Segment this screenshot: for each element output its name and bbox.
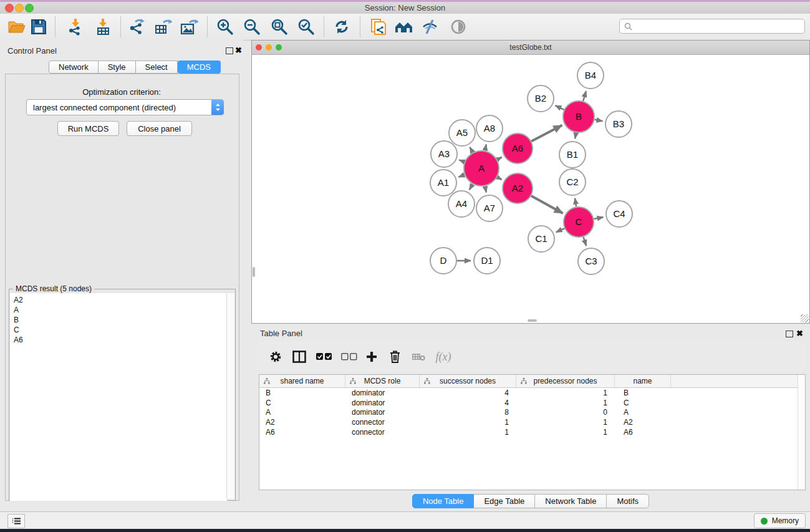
result-list-item[interactable]: A6 [10, 335, 227, 345]
node-C2[interactable]: C2 [559, 169, 586, 195]
zoom-out-button[interactable] [240, 15, 264, 39]
open-session-button[interactable] [5, 15, 29, 39]
run-mcds-button[interactable]: Run MCDS [57, 121, 119, 136]
node-A6[interactable]: A6 [503, 133, 533, 163]
zoom-selected-button[interactable] [294, 15, 318, 39]
edge-C-C3[interactable] [584, 237, 587, 246]
export-table-button[interactable] [151, 15, 175, 39]
edge-A-A8[interactable] [485, 144, 486, 150]
task-history-button[interactable] [7, 514, 25, 528]
node-C4[interactable]: C4 [606, 201, 632, 227]
show-graphics-details-button[interactable] [446, 15, 470, 39]
tab-mcds[interactable]: MCDS [178, 60, 221, 74]
table-row[interactable]: Cdominator41C [259, 398, 798, 408]
edge-A-A6[interactable] [497, 157, 501, 160]
tab-network[interactable]: Network [49, 60, 99, 74]
zoom-fit-button[interactable] [268, 15, 291, 39]
import-table-button[interactable] [91, 15, 115, 39]
edge-B-B1[interactable] [575, 133, 576, 139]
close-table-panel-icon[interactable]: ✖ [796, 329, 803, 338]
edge-A-A7[interactable] [485, 186, 486, 192]
network-vscroll-thumb[interactable] [253, 267, 255, 277]
destroy-table-button[interactable] [408, 342, 429, 372]
edge-B-B2[interactable] [555, 105, 564, 110]
network-graph[interactable]: AA1A3A4A5A7A8A6A2BB1B2B3B4CC1C2C3C4DD1 [252, 55, 809, 323]
column-header-name[interactable]: name [615, 375, 671, 387]
node-C3[interactable]: C3 [578, 248, 604, 274]
search-field[interactable] [619, 19, 805, 34]
node-A5[interactable]: A5 [449, 120, 475, 146]
node-B4[interactable]: B4 [577, 62, 604, 89]
function-builder-button[interactable]: f(x) [433, 342, 454, 372]
node-D[interactable]: D [430, 248, 456, 274]
edge-B-B3[interactable] [595, 120, 603, 121]
edge-A-A5[interactable] [470, 147, 473, 153]
node-A2[interactable]: A2 [503, 173, 533, 203]
node-B[interactable]: B [563, 101, 594, 132]
refresh-view-button[interactable] [330, 15, 354, 39]
edge-B-B4[interactable] [583, 91, 586, 101]
copy-network-button[interactable] [367, 15, 390, 39]
edge-A-A4[interactable] [470, 184, 473, 190]
import-network-button[interactable] [63, 15, 87, 39]
delete-column-button[interactable] [384, 342, 405, 372]
mcds-result-list[interactable]: A2ABCA6 [10, 293, 227, 501]
column-header-mcds-role[interactable]: MCDS role [345, 375, 420, 387]
table-row[interactable]: A2connector11A2 [259, 417, 798, 427]
node-B2[interactable]: B2 [528, 85, 554, 112]
search-input[interactable] [632, 21, 804, 32]
node-A7[interactable]: A7 [476, 195, 503, 221]
criterion-dropdown[interactable]: largest connected component (directed) [26, 99, 224, 115]
result-list-item[interactable]: A [10, 305, 227, 315]
node-A1[interactable]: A1 [430, 170, 456, 196]
tab-motifs[interactable]: Motifs [607, 494, 649, 508]
export-image-button[interactable] [177, 15, 201, 39]
resize-grip[interactable] [801, 314, 809, 322]
tab-select[interactable]: Select [136, 60, 178, 74]
node-D1[interactable]: D1 [474, 248, 500, 274]
result-list-item[interactable]: C [10, 325, 227, 335]
table-row[interactable]: Adominator80A [259, 407, 798, 417]
table-row[interactable]: Bdominator41B [259, 388, 798, 398]
table-scrollbar[interactable] [798, 375, 805, 490]
split-view-button[interactable] [289, 342, 310, 372]
home-layout-button[interactable] [392, 15, 416, 39]
float-table-panel-icon[interactable] [786, 331, 793, 337]
node-B1[interactable]: B1 [559, 142, 586, 168]
result-list-item[interactable]: A2 [10, 295, 227, 305]
tab-edge-table[interactable]: Edge Table [474, 494, 535, 508]
memory-button[interactable]: Memory [754, 513, 806, 528]
edge-A-A3[interactable] [459, 160, 465, 162]
edge-C-C2[interactable] [575, 198, 576, 207]
network-hscroll-thumb[interactable] [528, 319, 537, 322]
column-header-successor-nodes[interactable]: successor nodes [420, 375, 516, 387]
zoom-in-button[interactable] [213, 15, 237, 39]
edge-A2-C[interactable] [531, 196, 563, 213]
column-header-predecessor-nodes[interactable]: predecessor nodes [516, 375, 615, 387]
node-A4[interactable]: A4 [448, 191, 475, 217]
tab-node-table[interactable]: Node Table [412, 494, 475, 508]
edge-A-A1[interactable] [458, 175, 465, 177]
deselect-all-rows-button[interactable] [339, 342, 360, 372]
node-A8[interactable]: A8 [476, 115, 503, 142]
add-column-button[interactable] [361, 342, 382, 372]
select-all-rows-button[interactable] [314, 342, 335, 372]
edge-C-C1[interactable] [556, 228, 564, 232]
float-panel-icon[interactable] [226, 47, 233, 54]
edge-A6-B[interactable] [531, 125, 562, 142]
node-B3[interactable]: B3 [605, 111, 632, 137]
close-panel-button[interactable]: Close panel [127, 121, 192, 136]
result-list-scrollbar[interactable] [226, 293, 234, 499]
table-settings-button[interactable] [265, 342, 286, 372]
result-list-item[interactable]: B [10, 315, 227, 325]
tab-network-table[interactable]: Network Table [535, 494, 607, 508]
table-row[interactable]: A6connector11A6 [259, 427, 798, 437]
tab-style[interactable]: Style [99, 60, 136, 74]
node-A[interactable]: A [464, 151, 499, 186]
hide-graphics-details-button[interactable] [418, 15, 442, 39]
edge-A-A2[interactable] [497, 177, 501, 180]
edge-C-C4[interactable] [594, 217, 604, 219]
node-A3[interactable]: A3 [431, 141, 457, 167]
export-network-button[interactable] [124, 15, 148, 39]
save-session-button[interactable] [27, 15, 51, 39]
